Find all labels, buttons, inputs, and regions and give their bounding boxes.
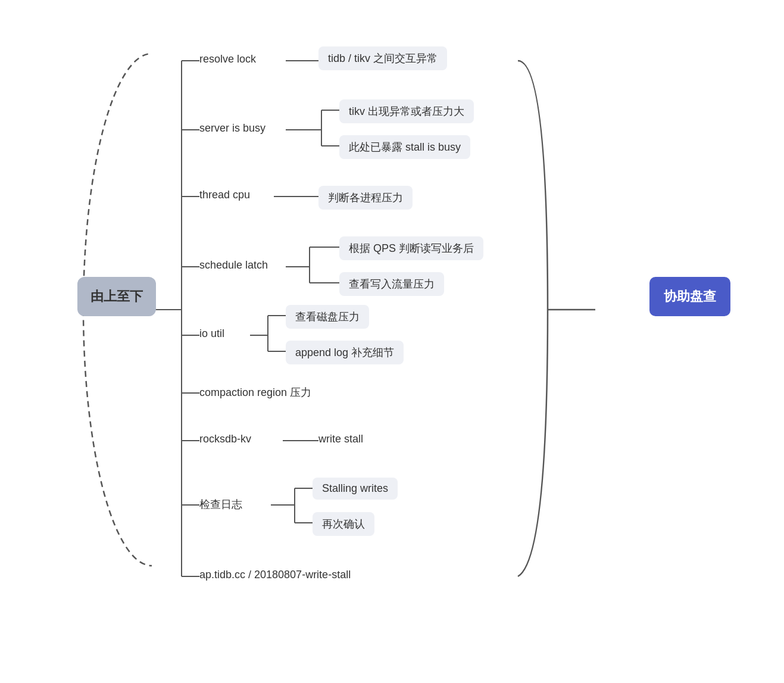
leaf-stalling-writes: Stalling writes	[313, 478, 398, 500]
action-node[interactable]: 协助盘查	[649, 277, 730, 316]
center-node: 由上至下	[77, 277, 156, 316]
branch-ap-tidb: ap.tidb.cc / 20180807-write-stall	[199, 569, 351, 581]
leaf-write-stall: write stall	[318, 433, 363, 445]
svg-rect-1	[0, 0, 152, 683]
leaf-process-pressure: 判断各进程压力	[318, 186, 413, 210]
branch-io-util: io util	[199, 328, 224, 340]
leaf-append-log: append log 补充细节	[286, 341, 404, 364]
leaf-tidb-tikv: tidb / tikv 之间交互异常	[318, 46, 447, 70]
leaf-disk-pressure: 查看磁盘压力	[286, 305, 369, 329]
leaf-stall-busy: 此处已暴露 stall is busy	[339, 135, 470, 159]
branch-check-log: 检查日志	[199, 497, 242, 512]
leaf-write-pressure: 查看写入流量压力	[339, 272, 444, 296]
leaf-qps-judge: 根据 QPS 判断读写业务后	[339, 236, 483, 260]
branch-compaction: compaction region 压力	[199, 385, 311, 400]
branch-resolve-lock: resolve lock	[199, 53, 256, 66]
branch-thread-cpu: thread cpu	[199, 189, 250, 201]
branch-schedule-latch: schedule latch	[199, 259, 268, 272]
branch-rocksdb-kv: rocksdb-kv	[199, 433, 251, 445]
leaf-reconfirm: 再次确认	[313, 512, 374, 536]
leaf-tikv-pressure: tikv 出现异常或者压力大	[339, 99, 474, 123]
diagram-container: 由上至下 协助盘查 resolve lock tidb / tikv 之间交互异…	[0, 0, 784, 683]
branch-server-busy: server is busy	[199, 122, 266, 135]
